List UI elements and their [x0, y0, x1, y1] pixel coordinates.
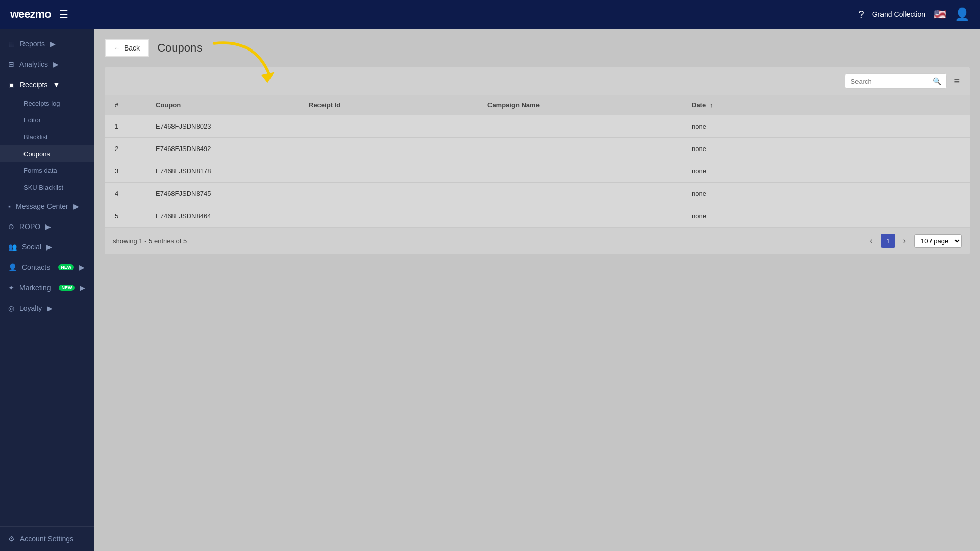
table-toolbar: 🔍 ≡	[105, 67, 970, 95]
top-navigation: weezmo ☰ ? Grand Collection 🇺🇸 👤	[0, 0, 980, 29]
sidebar-item-label: Marketing	[19, 284, 51, 292]
help-icon[interactable]: ?	[859, 9, 864, 20]
search-icon: 🔍	[933, 77, 941, 85]
sidebar-item-label: ROPO	[19, 222, 40, 231]
sidebar-item-label: Reports	[20, 40, 45, 48]
main-content: ← Back Coupons 🔍 ≡ # Coupon	[94, 29, 980, 551]
marketing-new-badge: NEW	[59, 285, 75, 291]
sidebar-item-ropo[interactable]: ⊙ ROPO ▶	[0, 216, 94, 237]
sidebar-item-forms-data[interactable]: Forms data	[0, 162, 94, 179]
sidebar-item-label: Receipts	[20, 81, 47, 89]
col-header-num: #	[105, 95, 145, 115]
table-row[interactable]: 5 E7468FJSDN8464 none	[105, 205, 970, 228]
arrow-left-icon: ←	[114, 44, 121, 52]
chevron-right-icon: ▶	[74, 202, 79, 210]
cell-date: none	[681, 160, 970, 183]
chevron-right-icon: ▶	[80, 284, 85, 292]
col-header-date[interactable]: Date ↑	[681, 95, 970, 115]
sidebar-item-receipts-log[interactable]: Receipts log	[0, 95, 94, 112]
coupons-table: # Coupon Receipt Id Campaign Name Date ↑…	[105, 95, 970, 228]
loyalty-icon: ◎	[8, 304, 14, 312]
cell-coupon: E7468FJSDN8023	[145, 115, 299, 138]
col-header-coupon: Coupon	[145, 95, 299, 115]
chevron-right-icon: ▶	[50, 40, 56, 48]
page-header: ← Back Coupons	[105, 39, 970, 57]
search-input[interactable]	[850, 78, 928, 85]
account-settings-label: Account Settings	[20, 535, 74, 543]
cell-num: 1	[105, 115, 145, 138]
sidebar-item-analytics[interactable]: ⊟ Analytics ▶	[0, 54, 94, 74]
user-avatar-icon[interactable]: 👤	[954, 7, 970, 21]
hamburger-icon[interactable]: ☰	[59, 8, 68, 20]
chevron-right-icon: ▶	[46, 243, 52, 251]
sidebar: ▦ Reports ▶ ⊟ Analytics ▶ ▣ Receipts ▼ R…	[0, 29, 94, 551]
cell-receipt-id	[299, 115, 477, 138]
cell-coupon: E7468FJSDN8745	[145, 183, 299, 205]
next-page-button[interactable]: ›	[900, 235, 909, 246]
table-row[interactable]: 2 E7468FJSDN8492 none	[105, 138, 970, 160]
logo: weezmo	[10, 8, 51, 21]
sidebar-item-contacts[interactable]: 👤 Contacts NEW ▶	[0, 257, 94, 278]
chevron-right-icon: ▶	[47, 304, 53, 312]
pagination-row: showing 1 - 5 entries of 5 ‹ 1 › 10 / pa…	[105, 228, 970, 254]
message-center-icon: ▪	[8, 202, 11, 210]
cell-campaign-name	[477, 160, 681, 183]
table-row[interactable]: 1 E7468FJSDN8023 none	[105, 115, 970, 138]
search-box[interactable]: 🔍	[845, 73, 947, 89]
sidebar-item-sku-blacklist[interactable]: SKU Blacklist	[0, 179, 94, 196]
sidebar-item-marketing[interactable]: ✦ Marketing NEW ▶	[0, 278, 94, 298]
flag-icon: 🇺🇸	[934, 8, 946, 20]
cell-num: 2	[105, 138, 145, 160]
chevron-right-icon: ▶	[79, 263, 85, 271]
ropo-icon: ⊙	[8, 222, 14, 231]
topnav-left: weezmo ☰	[10, 8, 68, 21]
contacts-icon: 👤	[8, 263, 17, 271]
cell-date: none	[681, 138, 970, 160]
cell-receipt-id	[299, 205, 477, 228]
sidebar-item-blacklist[interactable]: Blacklist	[0, 129, 94, 145]
page-1-button[interactable]: 1	[881, 234, 895, 248]
cell-date: none	[681, 115, 970, 138]
sort-asc-icon: ↑	[710, 102, 713, 108]
receipts-submenu: Receipts log Editor Blacklist Coupons Fo…	[0, 95, 94, 196]
chevron-right-icon: ▶	[53, 60, 59, 68]
per-page-select[interactable]: 10 / page	[914, 234, 962, 248]
page-title: Coupons	[157, 41, 202, 55]
cell-campaign-name	[477, 183, 681, 205]
cell-receipt-id	[299, 138, 477, 160]
table-header-row: # Coupon Receipt Id Campaign Name Date ↑	[105, 95, 970, 115]
org-name: Grand Collection	[872, 10, 925, 18]
cell-num: 5	[105, 205, 145, 228]
sidebar-item-message-center[interactable]: ▪ Message Center ▶	[0, 196, 94, 216]
cell-coupon: E7468FJSDN8464	[145, 205, 299, 228]
sidebar-item-coupons[interactable]: Coupons	[0, 145, 94, 162]
cell-num: 3	[105, 160, 145, 183]
sidebar-item-editor[interactable]: Editor	[0, 112, 94, 129]
table-row[interactable]: 4 E7468FJSDN8745 none	[105, 183, 970, 205]
table-row[interactable]: 3 E7468FJSDN8178 none	[105, 160, 970, 183]
cell-date: none	[681, 183, 970, 205]
sidebar-item-reports[interactable]: ▦ Reports ▶	[0, 34, 94, 54]
reports-icon: ▦	[8, 40, 15, 48]
social-icon: 👥	[8, 243, 17, 251]
sidebar-item-receipts[interactable]: ▣ Receipts ▼	[0, 74, 94, 95]
sidebar-item-label: Contacts	[22, 263, 50, 271]
sidebar-item-loyalty[interactable]: ◎ Loyalty ▶	[0, 298, 94, 318]
sidebar-item-social[interactable]: 👥 Social ▶	[0, 237, 94, 257]
receipts-icon: ▣	[8, 81, 15, 89]
sidebar-item-label: Social	[22, 243, 41, 251]
contacts-new-badge: NEW	[58, 264, 74, 270]
col-header-campaign-name: Campaign Name	[477, 95, 681, 115]
table-section: 🔍 ≡ # Coupon Receipt Id Campaign Name Da…	[105, 67, 970, 254]
analytics-icon: ⊟	[8, 60, 14, 68]
marketing-icon: ✦	[8, 284, 14, 292]
prev-page-button[interactable]: ‹	[867, 235, 875, 246]
cell-campaign-name	[477, 205, 681, 228]
cell-campaign-name	[477, 115, 681, 138]
back-label: Back	[124, 44, 140, 52]
filter-button[interactable]: ≡	[952, 74, 962, 89]
sidebar-item-account-settings[interactable]: ⚙ Account Settings	[0, 527, 94, 551]
sidebar-item-label: Loyalty	[19, 304, 42, 312]
cell-receipt-id	[299, 183, 477, 205]
back-button[interactable]: ← Back	[105, 39, 149, 57]
